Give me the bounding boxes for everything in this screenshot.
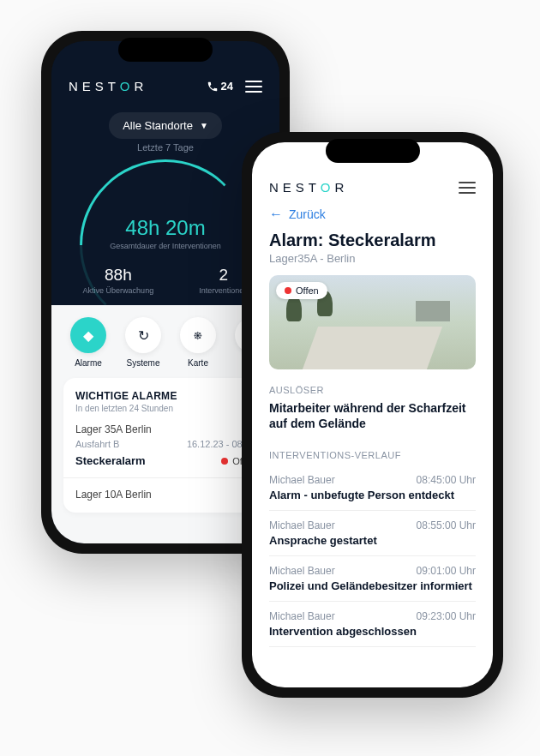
status-dot-icon [285, 287, 291, 294]
log-text: Polizei und Geländebesitzer informiert [269, 579, 476, 592]
back-button[interactable]: ← Zurück [252, 201, 493, 227]
log-text: Alarm - unbefugte Person entdeckt [269, 489, 476, 501]
brand-logo: NESTOR [69, 79, 147, 93]
alarm-detail-screen: NESTOR ← Zurück Alarm: Steckeralarm Lage… [252, 142, 493, 687]
trigger-label: AUSLÖSER [269, 385, 476, 395]
log-user: Michael Bauer [269, 474, 335, 486]
alarm-sublocation: Ausfahrt B [75, 439, 119, 449]
log-item[interactable]: Michael Bauer 08:55:00 Uhr Ansprache ges… [269, 511, 476, 556]
card-title: WICHTIGE ALARME [75, 390, 255, 402]
period-label: Letzte 7 Tage [51, 142, 279, 153]
gauge: 48h 20m Gesamtdauer der Interventionen [80, 159, 251, 254]
menu-button[interactable] [459, 182, 476, 194]
log-user: Michael Bauer [269, 565, 335, 577]
alarm-item[interactable]: Lager 35A Berlin Ausfahrt B 16.12.23 - 0… [75, 423, 255, 467]
card-subtitle: In den letzten 24 Stunden [75, 404, 255, 413]
trigger-text: Mitarbeiter während der Scharfzeit auf d… [269, 400, 476, 431]
log-time: 09:01:00 Uhr [417, 565, 476, 577]
log-time: 09:23:00 Uhr [417, 610, 476, 622]
phone-right: NESTOR ← Zurück Alarm: Steckeralarm Lage… [242, 132, 503, 698]
chip-alarme[interactable]: ◆ Alarme [65, 317, 111, 368]
log-time: 08:55:00 Uhr [417, 519, 476, 531]
alert-icon: ◆ [70, 317, 106, 353]
alarm-site: Lager 35A Berlin [75, 423, 255, 435]
log-user: Michael Bauer [269, 610, 335, 622]
chip-label: Systeme [127, 358, 160, 368]
filter-label: Alle Standorte [123, 119, 193, 132]
log-item[interactable]: Michael Bauer 08:45:00 Uhr Alarm - unbef… [269, 465, 476, 511]
log-item[interactable]: Michael Bauer 09:23:00 Uhr Intervention … [269, 602, 476, 647]
stat-interventions: 2 Interventionen [199, 266, 248, 295]
alarm-site: Lager 10A Berlin [75, 489, 255, 501]
log-user: Michael Bauer [269, 519, 335, 531]
gauge-value: 48h 20m [125, 216, 205, 240]
status-text: Offen [296, 285, 319, 296]
pin-icon: ⎈ [180, 317, 216, 353]
status-dot-icon [221, 458, 228, 465]
log-text: Ansprache gestartet [269, 534, 476, 547]
chip-karte[interactable]: ⎈ Karte [175, 317, 221, 368]
call-button[interactable]: 24 [207, 80, 233, 93]
log-time: 08:45:00 Uhr [417, 474, 476, 486]
chip-systeme[interactable]: ↻ Systeme [120, 317, 166, 368]
chip-label: Alarme [75, 358, 102, 368]
notch [118, 38, 213, 62]
camera-image[interactable]: Offen [269, 275, 476, 369]
brand-logo: NESTOR [269, 180, 348, 195]
call-number: 24 [221, 80, 233, 93]
location-label: Lager35A - Berlin [269, 252, 476, 265]
gauge-label: Gesamtdauer der Interventionen [110, 242, 221, 250]
log-item[interactable]: Michael Bauer 09:01:00 Uhr Polizei und G… [269, 556, 476, 602]
stat-value: 2 [199, 266, 248, 285]
log-label: INTERVENTIONS-VERLAUF [269, 450, 476, 460]
notch [326, 139, 420, 163]
alarm-type: Steckeralarm [75, 454, 146, 467]
page-title: Alarm: Steckeralarm [269, 231, 476, 250]
location-filter[interactable]: Alle Standorte ▼ [109, 112, 222, 139]
alarm-item[interactable]: Lager 10A Berlin [75, 489, 255, 501]
back-label: Zurück [289, 207, 326, 221]
chip-label: Karte [188, 358, 208, 368]
important-alarms-card: WICHTIGE ALARME In den letzten 24 Stunde… [63, 378, 267, 513]
chevron-down-icon: ▼ [200, 121, 208, 130]
status-badge: Offen [276, 282, 327, 299]
stat-label: Interventionen [199, 286, 248, 295]
log-text: Intervention abgeschlossen [269, 625, 476, 638]
refresh-icon: ↻ [125, 317, 161, 353]
arrow-left-icon: ← [269, 207, 283, 222]
menu-button[interactable] [245, 81, 262, 93]
phone-icon [207, 81, 219, 93]
